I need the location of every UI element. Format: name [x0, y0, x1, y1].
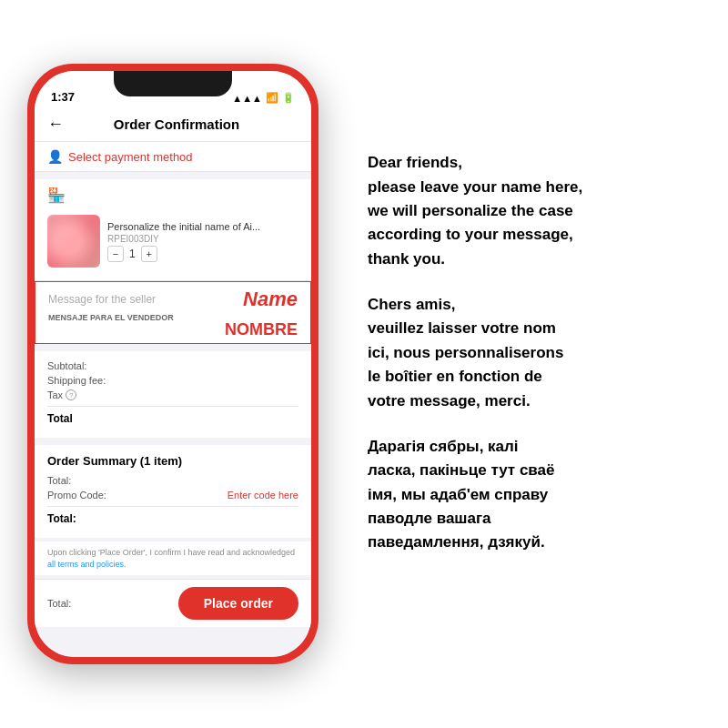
phone-screen: 1:37 ▲▲▲ 📶 🔋 ← Order Confirmation 👤 Sele…	[35, 71, 311, 657]
divider-line-2	[47, 506, 298, 507]
payment-method-row[interactable]: 👤 Select payment method	[35, 142, 311, 172]
signal-icon: ▲▲▲	[232, 93, 262, 104]
terms-link[interactable]: all terms and policies.	[47, 560, 126, 569]
phone-container: 1:37 ▲▲▲ 📶 🔋 ← Order Confirmation 👤 Sele…	[0, 0, 346, 728]
shipping-label: Shipping fee:	[47, 375, 106, 386]
product-image-blur	[47, 215, 100, 268]
name-overlay-label: Name	[243, 288, 298, 311]
terms-text-content: Upon clicking 'Place Order', I confirm I…	[47, 548, 295, 557]
seller-section: 🏪 Personalize the initial name of Ai... …	[35, 179, 311, 281]
order-total-row: Total:	[47, 475, 298, 486]
product-name: Personalize the initial name of Ai...	[107, 221, 298, 232]
terms-text: Upon clicking 'Place Order', I confirm I…	[47, 547, 298, 570]
phone-frame: 1:37 ▲▲▲ 📶 🔋 ← Order Confirmation 👤 Sele…	[27, 64, 318, 664]
shipping-row: Shipping fee:	[47, 375, 298, 386]
paragraph-1: Dear friends, please leave your name her…	[368, 151, 706, 271]
message-section: Message for the seller Name MENSAJE PARA…	[35, 281, 311, 344]
product-image	[47, 215, 100, 268]
subtotal-row: Subtotal:	[47, 360, 298, 371]
promo-row: Promo Code: Enter code here	[47, 490, 298, 500]
nav-title: Order Confirmation	[71, 116, 282, 132]
tax-key: Tax ?	[47, 389, 76, 400]
nombre-label: NOMBRE	[48, 320, 298, 339]
total-row: Total	[47, 412, 298, 425]
status-time: 1:37	[51, 90, 75, 104]
battery-icon: 🔋	[282, 92, 295, 104]
bottom-total-label: Total:	[47, 598, 71, 609]
place-order-button[interactable]: Place order	[178, 587, 298, 620]
order-summary-section: Order Summary (1 item) Total: Promo Code…	[35, 445, 311, 538]
product-info: Personalize the initial name of Ai... RP…	[107, 221, 298, 262]
payment-icon: 👤	[47, 149, 63, 164]
total-label: Total	[47, 412, 73, 425]
product-sku: RPEI003DIY	[107, 234, 298, 244]
price-summary-section: Subtotal: Shipping fee: Tax ?	[35, 351, 311, 438]
bottom-row: Total: Place order	[35, 579, 311, 627]
message-placeholder[interactable]: Message for the seller	[48, 293, 236, 306]
order-summary-title: Order Summary (1 item)	[47, 454, 298, 468]
top-nav: ← Order Confirmation	[35, 107, 311, 142]
tax-label: Tax	[47, 389, 63, 400]
status-icons: ▲▲▲ 📶 🔋	[232, 92, 295, 104]
qty-plus-button[interactable]: +	[141, 246, 157, 262]
paragraph-2: Chers amis, veuillez laisser votre nom i…	[368, 293, 706, 413]
back-button[interactable]: ←	[47, 115, 64, 134]
notch	[114, 71, 232, 96]
qty-number: 1	[129, 248, 136, 260]
divider-line-1	[47, 406, 298, 407]
promo-link[interactable]: Enter code here	[228, 490, 298, 500]
right-panel: Dear friends, please leave your name her…	[346, 0, 728, 728]
order-total-label: Total:	[47, 475, 71, 486]
tax-row: Tax ?	[47, 389, 298, 400]
qty-minus-button[interactable]: −	[107, 246, 124, 262]
product-qty-row: − 1 +	[107, 246, 298, 262]
paragraph-3: Дарагія сябры, калі ласка, пакіньце тут …	[368, 435, 706, 555]
final-total-row: Total:	[47, 512, 298, 525]
seller-icon: 🏪	[47, 187, 298, 204]
terms-section: Upon clicking 'Place Order', I confirm I…	[35, 541, 311, 575]
message-input-wrapper: Message for the seller Name	[48, 288, 298, 311]
product-row: Personalize the initial name of Ai... RP…	[47, 209, 298, 273]
final-total-label: Total:	[47, 512, 76, 525]
payment-label: Select payment method	[68, 150, 193, 164]
tax-info-icon[interactable]: ?	[66, 389, 76, 400]
wifi-icon: 📶	[266, 92, 278, 104]
promo-label: Promo Code:	[47, 490, 106, 500]
divider-1	[35, 172, 311, 179]
subtotal-label: Subtotal:	[47, 360, 86, 371]
screen-scroll[interactable]: ← Order Confirmation 👤 Select payment me…	[35, 107, 311, 657]
